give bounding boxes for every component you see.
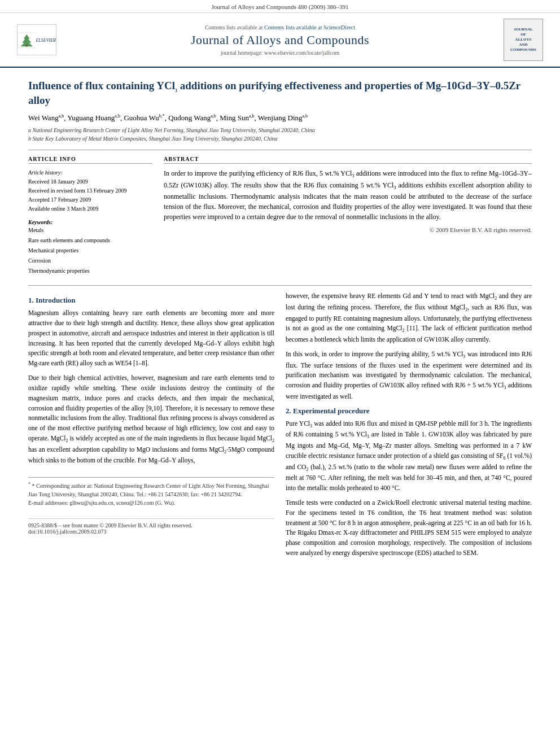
history-label: Article history: — [28, 168, 152, 177]
article-info-col: ARTICLE INFO Article history: Received 1… — [28, 156, 152, 276]
main-content: Influence of flux containing YCl3 additi… — [0, 68, 560, 574]
body-content: 1. Introduction Magnesium alloys contain… — [28, 291, 532, 563]
article-title: Influence of flux containing YCl3 additi… — [28, 79, 532, 108]
received-date: Received 18 January 2009 — [28, 177, 152, 186]
authors-line: Wei Wanga,b, Yuguang Huanga,b, Guohua Wu… — [28, 113, 532, 123]
keywords-section: Keywords: Metals Rare earth elements and… — [28, 219, 152, 276]
abstract-text: In order to improve the purifying effici… — [164, 168, 532, 222]
section1-heading: 1. Introduction — [28, 296, 274, 305]
article-info-abstract-row: ARTICLE INFO Article history: Received 1… — [28, 156, 532, 276]
section2-right-para2: Tensile tests were conducted on a Zwick/… — [286, 498, 532, 558]
section2-right-para1: Pure YCl3 was added into RJ6 flux and mi… — [286, 419, 532, 493]
journal-name-big: Journal of Alloys and Compounds — [56, 33, 504, 47]
affiliations: a National Engineering Research Center o… — [28, 126, 532, 143]
accepted-date: Accepted 17 February 2009 — [28, 195, 152, 204]
abstract-label: ABSTRACT — [164, 156, 532, 164]
keyword-item: Mechanical properties — [28, 246, 152, 256]
keyword-item: Corrosion — [28, 256, 152, 266]
elsevier-text: ELSEVIER — [36, 38, 56, 43]
keyword-item: Rare earth elements and compounds — [28, 235, 152, 246]
footnote-email: E-mail addresses: glhwu@sjtu.edu.cn, scn… — [28, 499, 274, 507]
homepage-label-text: journal homepage: www.elsevier.com/locat… — [221, 50, 339, 56]
keyword-item: Thermodynamic properties — [28, 266, 152, 276]
section1-para2: Due to their high chemical activities, h… — [28, 373, 274, 466]
svg-rect-2 — [26, 45, 28, 46]
journal-ref-text: Journal of Alloys and Compounds 480 (200… — [212, 3, 349, 10]
section1-para1: Magnesium alloys containing heavy rare e… — [28, 308, 274, 369]
footer-doi: doi:10.1016/j.jallcom.2009.02.073 — [28, 528, 274, 535]
keywords-label: Keywords: — [28, 219, 152, 225]
keywords-list: Metals Rare earth elements and compounds… — [28, 225, 152, 276]
divider-after-affiliations — [28, 150, 532, 150]
journal-cover-box: JOURNALOFALLOYSANDCOMPOUNDS — [504, 19, 543, 61]
footnote-corresponding: * Corresponding author at: National Engi… — [28, 483, 269, 497]
keyword-item: Metals — [28, 225, 152, 235]
section1-right-para1: however, the expensive heavy RE elements… — [286, 291, 532, 345]
bottom-footer: 0925-8388/$ – see front matter © 2009 El… — [28, 518, 274, 535]
article-info-label: ARTICLE INFO — [28, 156, 152, 164]
affiliation-b: b State Key Laboratory of Metal Matrix C… — [28, 134, 532, 143]
section2-heading: 2. Experimental procedure — [286, 407, 532, 416]
journal-homepage-line: journal homepage: www.elsevier.com/locat… — [56, 50, 504, 56]
footer-issn: 0925-8388/$ – see front matter © 2009 El… — [28, 522, 274, 528]
sciencedirect-prefix: Contents lists available at — [205, 24, 264, 30]
online-date: Available online 3 March 2009 — [28, 204, 152, 213]
body-right-col: however, the expensive heavy RE elements… — [286, 291, 532, 563]
journal-title-banner: Contents lists available at Contents lis… — [56, 24, 504, 56]
body-left-col: 1. Introduction Magnesium alloys contain… — [28, 291, 274, 563]
elsevier-logo-area: ELSEVIER — [17, 24, 56, 55]
revised-date: Received in revised form 13 February 200… — [28, 186, 152, 195]
sciencedirect-line: Contents lists available at Contents lis… — [56, 24, 504, 30]
section1-right-para2: In this work, in order to improve the pu… — [286, 350, 532, 402]
article-history: Article history: Received 18 January 200… — [28, 168, 152, 213]
sciencedirect-link[interactable]: Contents lists available at ScienceDirec… — [264, 24, 355, 30]
elsevier-banner: ELSEVIER Contents lists available at Con… — [0, 13, 560, 68]
divider-before-body — [28, 285, 532, 286]
elsevier-logo-box: ELSEVIER — [17, 24, 56, 55]
footnote-divider: * * Corresponding author at: National En… — [28, 477, 274, 507]
journal-ref-line: Journal of Alloys and Compounds 480 (200… — [0, 0, 560, 13]
cover-journal-name: JOURNALOFALLOYSANDCOMPOUNDS — [510, 27, 536, 53]
footnote-star-text: * * Corresponding author at: National En… — [28, 481, 274, 499]
copyright-line: © 2009 Elsevier B.V. All rights reserved… — [164, 226, 532, 233]
abstract-col: ABSTRACT In order to improve the purifyi… — [164, 156, 532, 276]
affiliation-a: a National Engineering Research Center o… — [28, 126, 532, 134]
